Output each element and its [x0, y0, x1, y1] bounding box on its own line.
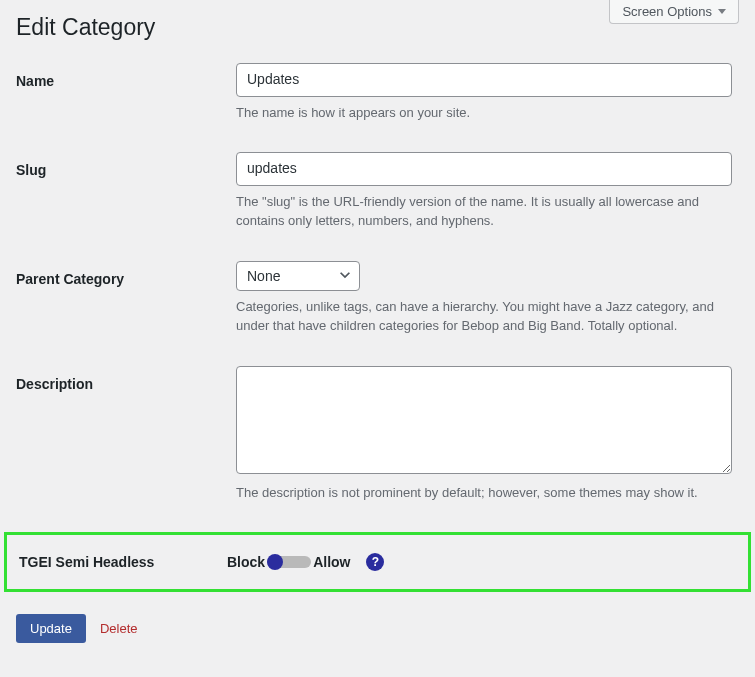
- description-help: The description is not prominent by defa…: [236, 483, 732, 503]
- tgei-label: TGEI Semi Headless: [19, 554, 227, 570]
- name-label: Name: [16, 63, 236, 122]
- name-help: The name is how it appears on your site.: [236, 103, 732, 123]
- update-button[interactable]: Update: [16, 614, 86, 643]
- help-icon[interactable]: ?: [366, 553, 384, 571]
- delete-link[interactable]: Delete: [100, 621, 138, 636]
- toggle-block-label: Block: [227, 554, 265, 570]
- tgei-toggle[interactable]: [267, 556, 311, 568]
- parent-select[interactable]: None: [236, 261, 360, 291]
- toggle-knob: [267, 554, 283, 570]
- caret-down-icon: [718, 9, 726, 14]
- description-textarea[interactable]: [236, 366, 732, 474]
- slug-help: The "slug" is the URL-friendly version o…: [236, 192, 732, 231]
- screen-options-toggle[interactable]: Screen Options: [609, 0, 739, 24]
- slug-input[interactable]: [236, 152, 732, 186]
- name-input[interactable]: [236, 63, 732, 97]
- screen-options-label: Screen Options: [622, 4, 712, 19]
- description-label: Description: [16, 366, 236, 503]
- toggle-allow-label: Allow: [313, 554, 350, 570]
- slug-label: Slug: [16, 152, 236, 231]
- parent-help: Categories, unlike tags, can have a hier…: [236, 297, 732, 336]
- parent-label: Parent Category: [16, 261, 236, 336]
- help-glyph: ?: [372, 555, 379, 569]
